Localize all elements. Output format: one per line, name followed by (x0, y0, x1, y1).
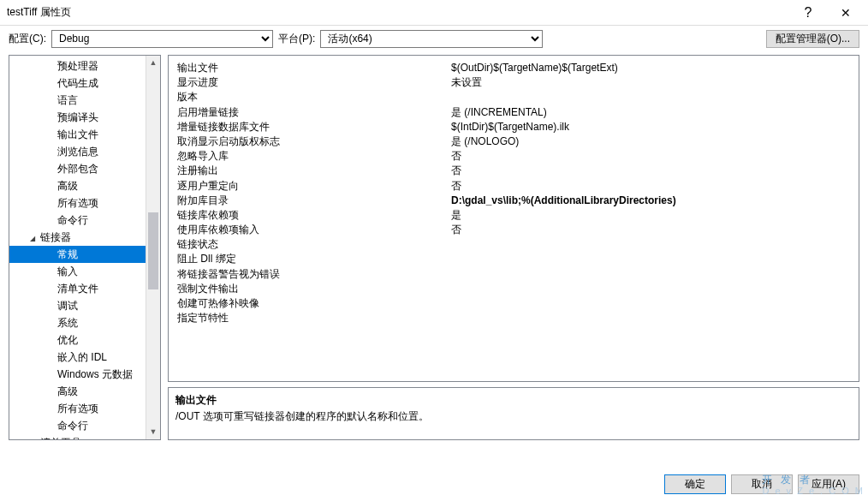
property-row[interactable]: 忽略导入库否 (177, 149, 850, 164)
dialog-footer: 确定 取消 应用(A) (0, 467, 868, 501)
property-value[interactable]: 是 (/INCREMENTAL) (451, 105, 850, 120)
tree-item[interactable]: 代码生成 (9, 75, 146, 92)
config-label: 配置(C): (9, 32, 46, 46)
property-value[interactable]: 否 (451, 149, 850, 164)
property-row[interactable]: 增量链接数据库文件$(IntDir)$(TargetName).ilk (177, 120, 850, 134)
property-value[interactable]: 是 (451, 208, 850, 223)
property-row[interactable]: 链接库依赖项是 (177, 208, 850, 223)
property-row[interactable]: 显示进度未设置 (177, 75, 850, 90)
property-row[interactable]: 指定节特性 (177, 311, 850, 325)
property-name: 指定节特性 (177, 311, 451, 325)
tree-scrollbar[interactable]: ▲ ▼ (146, 56, 160, 439)
tree-category-linker[interactable]: 链接器 (9, 229, 146, 246)
property-value[interactable] (451, 237, 850, 252)
property-name: 附加库目录 (177, 194, 451, 208)
property-row[interactable]: 链接状态 (177, 237, 850, 252)
property-row[interactable]: 使用库依赖项输入否 (177, 223, 850, 237)
property-row[interactable]: 强制文件输出 (177, 282, 850, 296)
tree-item[interactable]: 常规 (9, 246, 146, 263)
property-name: 启用增量链接 (177, 105, 451, 120)
description-panel: 输出文件 /OUT 选项可重写链接器创建的程序的默认名称和位置。 (168, 387, 859, 440)
tree-item[interactable]: 系统 (9, 314, 146, 331)
property-value[interactable]: 否 (451, 223, 850, 237)
property-row[interactable]: 逐用户重定向否 (177, 179, 850, 194)
property-value[interactable]: 否 (451, 164, 850, 178)
help-button[interactable]: ? (789, 1, 827, 25)
property-row[interactable]: 附加库目录D:\gdal_vs\lib;%(AdditionalLibraryD… (177, 194, 850, 208)
platform-label: 平台(P): (278, 32, 315, 46)
property-row[interactable]: 取消显示启动版权标志是 (/NOLOGO) (177, 134, 850, 149)
property-row[interactable]: 注册输出否 (177, 164, 850, 178)
cancel-button[interactable]: 取消 (731, 474, 793, 494)
property-value[interactable]: 否 (451, 179, 850, 194)
property-name: 阻止 Dll 绑定 (177, 252, 451, 266)
property-value[interactable]: $(IntDir)$(TargetName).ilk (451, 120, 850, 134)
tree-item[interactable]: 预编译头 (9, 109, 146, 126)
property-name: 逐用户重定向 (177, 179, 451, 194)
property-value[interactable]: $(OutDir)$(TargetName)$(TargetExt) (451, 61, 850, 75)
property-name: 版本 (177, 90, 451, 104)
tree-item[interactable]: 命令行 (9, 212, 146, 229)
property-name: 取消显示启动版权标志 (177, 134, 451, 149)
tree-item[interactable]: 调试 (9, 297, 146, 314)
tree-item[interactable]: 优化 (9, 331, 146, 349)
property-value[interactable]: 是 (/NOLOGO) (451, 134, 850, 149)
property-name: 注册输出 (177, 164, 451, 178)
property-row[interactable]: 创建可热修补映像 (177, 296, 850, 311)
tree-item[interactable]: 输出文件 (9, 126, 146, 143)
property-grid: 输出文件$(OutDir)$(TargetName)$(TargetExt)显示… (168, 55, 859, 382)
property-value[interactable]: 未设置 (451, 75, 850, 90)
scroll-down-icon[interactable]: ▼ (146, 425, 160, 439)
property-value[interactable] (451, 296, 850, 311)
tree-item[interactable]: 嵌入的 IDL (9, 349, 146, 366)
property-value[interactable] (451, 311, 850, 325)
window-title: testTiff 属性页 (7, 5, 789, 20)
ok-button[interactable]: 确定 (664, 474, 726, 494)
property-name: 使用库依赖项输入 (177, 223, 451, 237)
property-name: 将链接器警告视为错误 (177, 267, 451, 282)
description-body: /OUT 选项可重写链接器创建的程序的默认名称和位置。 (175, 409, 852, 424)
tree-item[interactable]: 高级 (9, 177, 146, 194)
property-name: 强制文件输出 (177, 282, 451, 296)
tree-item[interactable]: 所有选项 (9, 400, 146, 417)
property-name: 增量链接数据库文件 (177, 120, 451, 134)
property-row[interactable]: 版本 (177, 90, 850, 104)
property-name: 输出文件 (177, 61, 451, 75)
platform-select[interactable]: 活动(x64) (320, 30, 542, 48)
property-value[interactable] (451, 90, 850, 104)
tree-item[interactable]: 清单文件 (9, 280, 146, 297)
tree-item[interactable]: Windows 元数据 (9, 366, 146, 383)
property-row[interactable]: 启用增量链接是 (/INCREMENTAL) (177, 105, 850, 120)
tree-item[interactable]: 外部包含 (9, 160, 146, 177)
tree-item[interactable]: 语言 (9, 92, 146, 109)
tree-item[interactable]: 命令行 (9, 417, 146, 434)
tree-item[interactable]: 浏览信息 (9, 143, 146, 160)
apply-button[interactable]: 应用(A) (798, 474, 859, 494)
property-row[interactable]: 将链接器警告视为错误 (177, 267, 850, 282)
property-name: 忽略导入库 (177, 149, 451, 164)
tree-item[interactable]: 预处理器 (9, 57, 146, 75)
tree-category-manifest[interactable]: 清单工具 (9, 434, 146, 439)
config-toolbar: 配置(C): Debug 平台(P): 活动(x64) 配置管理器(O)... (0, 26, 868, 51)
title-bar: testTiff 属性页 ? ✕ (0, 0, 868, 26)
property-value[interactable] (451, 282, 850, 296)
property-name: 显示进度 (177, 75, 451, 90)
scroll-thumb[interactable] (148, 212, 158, 289)
property-value[interactable]: D:\gdal_vs\lib;%(AdditionalLibraryDirect… (451, 194, 850, 208)
close-button[interactable]: ✕ (827, 1, 865, 25)
nav-tree: 预处理器代码生成语言预编译头输出文件浏览信息外部包含高级所有选项命令行链接器常规… (9, 55, 161, 440)
property-row[interactable]: 阻止 Dll 绑定 (177, 252, 850, 266)
property-value[interactable] (451, 267, 850, 282)
tree-item[interactable]: 高级 (9, 383, 146, 400)
property-row[interactable]: 输出文件$(OutDir)$(TargetName)$(TargetExt) (177, 61, 850, 75)
property-value[interactable] (451, 252, 850, 266)
tree-item[interactable]: 所有选项 (9, 194, 146, 212)
property-name: 链接状态 (177, 237, 451, 252)
tree-item[interactable]: 输入 (9, 263, 146, 280)
scroll-up-icon[interactable]: ▲ (146, 56, 160, 70)
config-manager-button[interactable]: 配置管理器(O)... (766, 30, 859, 48)
property-name: 创建可热修补映像 (177, 296, 451, 311)
description-title: 输出文件 (175, 393, 852, 408)
property-name: 链接库依赖项 (177, 208, 451, 223)
config-select[interactable]: Debug (51, 30, 273, 48)
